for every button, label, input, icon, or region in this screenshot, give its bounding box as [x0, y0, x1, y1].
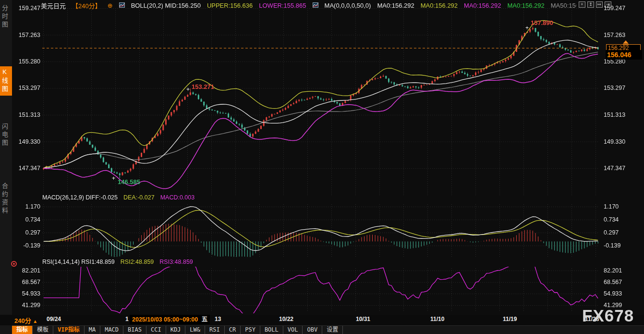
swing-cross-marker: + — [186, 86, 190, 93]
header-ma0-magenta: MA0:156.292 — [464, 2, 501, 9]
header-period: 【240分】 — [72, 1, 101, 10]
header-ma-params: MA(0,0,0,0,50,0) — [325, 2, 371, 9]
header-boll-upper: UPPER:156.636 — [207, 2, 253, 9]
toolbar-tab-BOLL[interactable]: BOLL — [260, 326, 283, 334]
header-ma50: MA50:156.471 — [551, 2, 576, 9]
scale-right-icon[interactable]: ↦ — [596, 1, 603, 8]
sidebar-item-3[interactable]: 闪电图 — [0, 121, 12, 149]
crosshair-icon[interactable]: + — [579, 1, 585, 8]
toolbar-tab-OBV[interactable]: OBV — [303, 326, 322, 334]
price-axis-tick-left: 157.263 — [13, 31, 40, 39]
alert-icon[interactable] — [11, 261, 17, 267]
rsi-axis-tick-left: 82.201 — [13, 267, 40, 274]
chart-header: 美元日元【240分】⊕BOLL(20,2) MID:156.250UPPER:1… — [41, 1, 576, 10]
tooltip-weekday: 五 — [202, 316, 208, 323]
toolbar-tab-BIAS[interactable]: BIAS — [123, 326, 146, 334]
rsi-rsi2: RSI2:48.859 — [121, 259, 154, 266]
rsi-axis-tick-right: 82.201 — [604, 267, 642, 274]
macd-axis-tick-left: 1.170 — [13, 203, 40, 210]
sidebar-item-2[interactable]: K线图 — [0, 66, 12, 96]
rsi-axis-tick-right: 68.567 — [604, 278, 642, 286]
toolbar-tab-LW&[interactable]: LW& — [185, 326, 205, 334]
toolbar-tab-模板[interactable]: 模板 — [33, 326, 53, 334]
x-axis-label: 10/31 — [356, 316, 370, 322]
price-axis-tick-left: 159.247 — [13, 4, 40, 12]
toolbar-tab-RSI[interactable]: RSI — [205, 326, 225, 334]
fx678-watermark: FX678 — [582, 306, 634, 325]
price-axis-tick-right: 159.247 — [604, 4, 642, 12]
x-axis-row: 240分 ▲ 2025/10/03 05:00~09:00 五 09/24113… — [0, 315, 644, 325]
macd-axis-tick-left: 0.734 — [13, 216, 40, 223]
high-price-label: 157.890 — [531, 19, 553, 26]
toolbar-tab-CCI[interactable]: CCI — [146, 326, 166, 334]
trading-app: 分时图K线图闪电图合约资料 美元日元【240分】⊕BOLL(20,2) MID:… — [0, 0, 644, 334]
x-axis-label: 10/22 — [279, 316, 293, 322]
toolbar-tab-PSY[interactable]: PSY — [241, 326, 260, 334]
macd-axis-tick-right: 0.734 — [604, 216, 642, 223]
x-axis-label: 09/24 — [47, 316, 61, 322]
period-arrow-icon: ▲ — [33, 319, 37, 324]
tooltip-date: 2025/10/03 05:00~09:00 — [132, 316, 198, 323]
sidebar-item-1[interactable]: 分时图 — [0, 3, 12, 31]
header-ma0-white: MA0:156.292 — [377, 2, 414, 9]
price-axis-tick-left: 147.347 — [13, 164, 40, 172]
rsi-rsi1: RSI(14,14,14) RSI1:48.859 — [42, 259, 115, 266]
sidebar-item-4[interactable]: 合约资料 — [0, 181, 12, 217]
price-chart-canvas[interactable] — [12, 0, 644, 315]
bottom-toolbar: 指标模板VIP指标MAMACDBIASCCIKDJLW&RSICRPSYBOLL… — [12, 325, 644, 334]
toolbar-tab-VOL[interactable]: VOL — [283, 326, 303, 334]
toolbar-tab-指标[interactable]: 指标 — [12, 326, 33, 334]
price-axis-tick-right: 147.347 — [604, 164, 642, 172]
x-axis-label: 13 — [215, 316, 221, 322]
rsi-pane-header: RSI(14,14,14) RSI1:48.859RSI2:48.859RSI3… — [42, 259, 193, 266]
mini-chart-icon — [119, 2, 125, 9]
scale-up-icon[interactable]: ↥ — [587, 1, 594, 8]
low-cross-marker: + — [112, 175, 115, 182]
swing-high-label: 153.271 — [192, 83, 214, 90]
period-selector[interactable]: 240分 ▲ — [14, 316, 37, 325]
rsi-axis-tick-left: 41.299 — [13, 301, 40, 309]
mini-chart-icon — [313, 2, 318, 9]
x-axis-label: 11/19 — [503, 316, 517, 322]
header-boll-lower: LOWER:155.865 — [259, 2, 306, 9]
macd-macd-diff: MACD(26,12,9) DIFF:-0.025 — [42, 194, 118, 201]
price-marker-icon — [623, 40, 629, 45]
period-text: 240分 — [14, 317, 31, 324]
rsi-axis-tick-right: 54.933 — [604, 290, 642, 297]
macd-axis-tick-right: 1.170 — [604, 203, 642, 210]
macd-axis-tick-right: 0.297 — [604, 229, 642, 236]
header-ma0-green: MA0:156.292 — [507, 2, 544, 9]
price-axis-tick-left: 155.280 — [13, 58, 40, 65]
low-price-label: 146.585 — [118, 178, 140, 186]
candle-date-tooltip: 2025/10/03 05:00~09:00 五 — [130, 315, 210, 324]
last-price-box: 156.046 — [606, 50, 642, 60]
macd-axis-tick-right: -0.139 — [604, 242, 642, 249]
toolbar-tab-MA[interactable]: MA — [85, 326, 100, 334]
price-axis-tick-left: 151.313 — [13, 111, 40, 119]
toolbar-tab-VIP指标[interactable]: VIP指标 — [53, 326, 85, 334]
toolbar-tab-KDJ[interactable]: KDJ — [166, 326, 186, 334]
header-boll-mid: BOLL(20,2) MID:156.250 — [131, 2, 201, 9]
left-sidebar: 分时图K线图闪电图合约资料 — [0, 0, 12, 334]
x-axis-label: 1 — [125, 316, 129, 322]
rsi-axis-tick-left: 54.933 — [13, 290, 40, 297]
price-axis-tick-left: 149.330 — [13, 138, 40, 146]
price-axis-tick-left: 153.297 — [13, 84, 40, 92]
macd-macd-hist: MACD:0.003 — [160, 194, 195, 201]
header-symbol: 美元日元 — [41, 1, 66, 10]
macd-pane-header: MACD(26,12,9) DIFF:-0.025DEA:-0.027MACD:… — [42, 194, 194, 201]
rsi-axis-tick-left: 68.567 — [13, 278, 40, 286]
macd-macd-dea: DEA:-0.027 — [123, 194, 155, 201]
high-cross-marker: + — [525, 25, 529, 31]
toolbar-tab-MACD[interactable]: MACD — [100, 326, 123, 334]
price-axis-tick-right: 151.313 — [604, 111, 642, 119]
price-axis-tick-right: 149.330 — [604, 138, 642, 146]
x-axis-label: 11/10 — [430, 316, 444, 322]
price-axis-tick-right: 157.263 — [604, 31, 642, 39]
header-ma0-yellow: MA0:156.292 — [421, 2, 458, 9]
macd-axis-tick-left: 0.297 — [13, 229, 40, 236]
toolbar-tab-CR[interactable]: CR — [225, 326, 241, 334]
macd-axis-tick-left: -0.139 — [13, 242, 40, 249]
add-indicator-icon[interactable]: ⊕ — [108, 2, 113, 9]
toolbar-tab-设置[interactable]: 设置 — [322, 326, 343, 334]
